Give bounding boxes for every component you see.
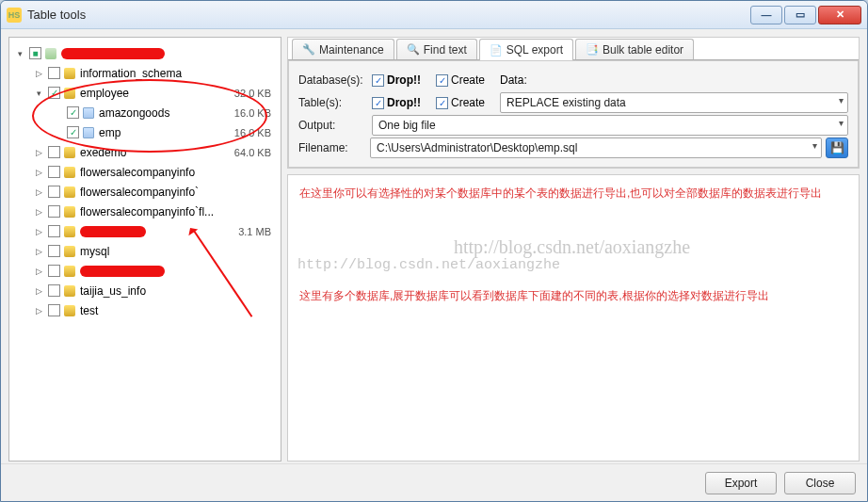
label-output: Output:	[298, 119, 366, 132]
annotation-text-1: 在这里你可以有选择性的对某个数据库中的某个表的数据进行导出,也可以对全部数据库的…	[299, 185, 847, 202]
tree-label: mysql	[80, 245, 271, 258]
redacted-label	[80, 266, 165, 277]
expander-icon[interactable]: ▷	[32, 227, 45, 236]
tree-label: flowersalecompanyinfo	[80, 166, 271, 179]
label-data: Data:	[500, 73, 541, 87]
close-window-button[interactable]: ✕	[818, 6, 861, 24]
checkbox[interactable]	[48, 265, 60, 277]
tree-label: information_schema	[80, 67, 271, 80]
expander-icon[interactable]: ▷	[32, 306, 45, 316]
export-form: Database(s): ✓Drop!! ✓Create Data: Table…	[288, 60, 859, 168]
tab-icon: 📄	[490, 43, 503, 57]
tab-label: Bulk table editor	[603, 43, 683, 57]
save-file-button[interactable]: 💾	[826, 138, 848, 158]
app-window: HS Table tools — ▭ ✕ ▾ ■ ▷information_sc…	[0, 0, 868, 502]
tree-row[interactable]: ▷3.1 MB	[9, 221, 281, 241]
expander-icon[interactable]: ▷	[32, 187, 45, 197]
combo-data-mode[interactable]: REPLACE existing data	[500, 92, 848, 113]
combo-output[interactable]: One big file	[372, 115, 848, 136]
checkbox[interactable]	[48, 245, 60, 257]
size-label: 16.0 KB	[234, 127, 271, 138]
checkbox[interactable]: ✓	[67, 126, 79, 138]
tree-row[interactable]: ▷exedemo64.0 KB	[9, 142, 281, 162]
tree-row[interactable]: ▷	[9, 261, 281, 281]
chk-tb-create[interactable]: ✓Create	[436, 96, 485, 109]
tab-icon: 📑	[586, 43, 599, 57]
checkbox[interactable]	[48, 225, 60, 237]
tab-find-text[interactable]: 🔍Find text	[396, 39, 477, 59]
size-label: 3.1 MB	[238, 226, 271, 237]
checkbox[interactable]	[48, 67, 60, 79]
checkbox[interactable]	[48, 304, 60, 316]
database-icon	[63, 87, 76, 100]
checkbox[interactable]	[48, 205, 60, 218]
maximize-button[interactable]: ▭	[784, 6, 816, 24]
expander-icon[interactable]: ▷	[32, 267, 45, 276]
tree-label: employee	[80, 87, 234, 100]
database-icon	[63, 146, 76, 159]
expander-icon[interactable]: ▷	[32, 69, 45, 78]
button-bar: Export Close	[1, 463, 867, 501]
checkbox[interactable]	[48, 284, 60, 297]
tree-row[interactable]: ▷flowersalecompanyinfo`fl...	[9, 202, 281, 221]
checkbox[interactable]	[48, 166, 60, 178]
server-icon	[44, 47, 57, 60]
tree-label: flowersalecompanyinfo`fl...	[80, 205, 271, 219]
expander-icon[interactable]: ▷	[32, 286, 45, 296]
tree-row[interactable]: ▷information_schema	[9, 63, 281, 83]
tab-sql-export[interactable]: 📄SQL export	[479, 39, 573, 60]
close-button[interactable]: Close	[784, 472, 856, 494]
chk-tb-drop[interactable]: ✓Drop!!	[372, 96, 421, 109]
checkbox[interactable]: ✓	[48, 87, 60, 99]
tree-row[interactable]: ▷test	[9, 300, 281, 320]
tab-maintenance[interactable]: 🔧Maintenance	[292, 39, 394, 59]
expander-icon[interactable]: ▷	[32, 207, 45, 217]
export-button[interactable]: Export	[705, 472, 777, 494]
checkbox[interactable]: ■	[29, 47, 41, 59]
input-filename[interactable]: C:\Users\Administrator\Desktop\emp.sql	[370, 138, 822, 158]
window-controls: — ▭ ✕	[750, 6, 861, 24]
tree-root[interactable]: ▾ ■	[9, 43, 281, 63]
row-database: Database(s): ✓Drop!! ✓Create Data:	[298, 69, 848, 91]
row-output: Output: One big file	[298, 114, 848, 137]
database-icon	[63, 205, 76, 219]
tree-row[interactable]: ✓emp16.0 KB	[9, 122, 281, 142]
database-icon	[63, 166, 76, 179]
table-icon	[82, 126, 95, 139]
checkbox[interactable]: ✓	[67, 106, 79, 119]
label-filename: Filename:	[298, 141, 366, 154]
minimize-button[interactable]: —	[750, 6, 782, 24]
chk-db-drop[interactable]: ✓Drop!!	[372, 73, 421, 87]
database-icon	[63, 265, 76, 278]
database-icon	[63, 245, 76, 258]
database-icon	[63, 284, 76, 298]
tree-row[interactable]: ▷flowersalecompanyinfo`	[9, 182, 281, 202]
tree-row[interactable]: ▷taijia_us_info	[9, 281, 281, 300]
expander-icon[interactable]: ▷	[32, 148, 45, 157]
tree-label: flowersalecompanyinfo`	[80, 186, 271, 199]
expander-icon[interactable]: ▾	[13, 49, 26, 58]
expander-icon[interactable]: ▷	[32, 168, 45, 177]
client-area: ▾ ■ ▷information_schema▾✓employee32.0 KB…	[1, 29, 867, 501]
expander-icon[interactable]: ▷	[32, 247, 45, 256]
row-table: Table(s): ✓Drop!! ✓Create REPLACE existi…	[298, 91, 848, 114]
tab-bulk-table-editor[interactable]: 📑Bulk table editor	[575, 39, 694, 59]
label-table: Table(s):	[298, 96, 366, 109]
expander-icon[interactable]: ▾	[32, 89, 45, 98]
tree-label: emp	[99, 126, 234, 139]
watermark-text-mono: http://blog.csdn.net/aoxiangzhe	[297, 254, 560, 277]
database-tree[interactable]: ▾ ■ ▷information_schema▾✓employee32.0 KB…	[8, 37, 281, 462]
tree-row[interactable]: ▷mysql	[9, 241, 281, 261]
database-icon	[63, 67, 76, 80]
checkbox[interactable]	[48, 186, 60, 198]
titlebar[interactable]: HS Table tools — ▭ ✕	[1, 1, 867, 29]
tree-row[interactable]: ▷flowersalecompanyinfo	[9, 162, 281, 182]
tab-label: SQL export	[506, 43, 563, 57]
checkbox[interactable]	[48, 146, 60, 158]
label-database: Database(s):	[298, 73, 366, 87]
chk-db-create[interactable]: ✓Create	[436, 73, 485, 87]
tree-label: taijia_us_info	[80, 284, 271, 298]
tree-row[interactable]: ▾✓employee32.0 KB	[9, 83, 281, 103]
tree-row[interactable]: ✓amazongoods16.0 KB	[9, 103, 281, 122]
database-icon	[63, 186, 76, 199]
